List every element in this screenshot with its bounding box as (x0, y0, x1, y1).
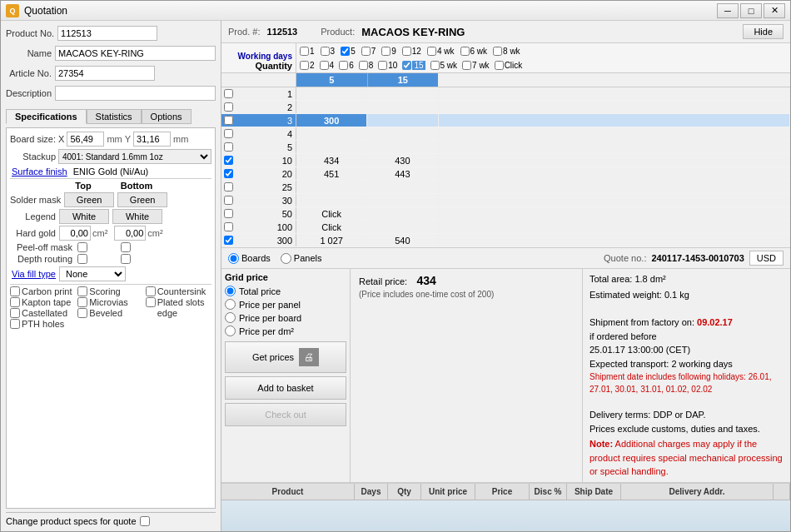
days-columns-header: 1 3 5 7 (296, 43, 790, 72)
tab-specifications[interactable]: Specifications (6, 109, 87, 124)
countersink-checkbox[interactable] (146, 286, 156, 296)
price-per-dm2-radio[interactable] (225, 326, 236, 336)
price-per-dm2-radio-label[interactable]: Price per dm² (225, 326, 346, 336)
castellated-checkbox[interactable] (10, 308, 20, 318)
day-7wk-checkbox[interactable] (462, 61, 471, 70)
qty-4-checkbox[interactable] (224, 129, 233, 138)
day-5wk-checkbox[interactable] (430, 61, 440, 70)
qty-2-checkbox[interactable] (224, 102, 233, 112)
minimize-button[interactable]: ─ (717, 3, 739, 18)
tab-options[interactable]: Options (142, 109, 192, 124)
day-10-checkbox[interactable] (378, 61, 387, 70)
via-fill-link[interactable]: Via fill type (10, 269, 56, 279)
day-7-checkbox[interactable] (361, 47, 371, 56)
day-6-checkbox[interactable] (339, 61, 348, 70)
add-to-basket-button[interactable]: Add to basket (225, 376, 346, 400)
qty-50-checkbox[interactable] (224, 209, 233, 218)
panels-radio[interactable] (281, 253, 291, 264)
day-12-checkbox[interactable] (402, 47, 411, 56)
kapton-tape-checkbox[interactable] (10, 297, 20, 307)
depth-routing-label: Depth routing (10, 254, 72, 264)
main-content: Product No. Name Article No. Description… (1, 21, 790, 531)
price-per-board-radio[interactable] (225, 312, 236, 323)
day-6wk-checkbox[interactable] (460, 47, 470, 56)
legend-top-button[interactable]: White (59, 209, 109, 224)
day-6wk-label: 6 wk (470, 47, 488, 56)
checkout-button[interactable]: Check out (225, 403, 346, 426)
price-per-dm2-label: Price per dm² (239, 326, 294, 336)
solder-bottom-button[interactable]: Green (117, 192, 167, 207)
plated-slots-option: Plated slots (146, 297, 211, 307)
day-4-checkbox[interactable] (320, 61, 329, 70)
total-price-radio[interactable] (225, 286, 236, 296)
qty-20-checkbox[interactable] (224, 169, 233, 178)
day-click-checkbox[interactable] (495, 61, 504, 70)
prod-label: Prod. #: (228, 27, 261, 37)
boards-radio[interactable] (228, 253, 239, 264)
qty-30-checkbox[interactable] (224, 196, 233, 205)
scoring-checkbox[interactable] (77, 286, 87, 296)
total-price-radio-label[interactable]: Total price (225, 286, 346, 296)
get-prices-button[interactable]: Get prices 🖨 (225, 341, 346, 373)
hard-gold-top-input[interactable] (59, 226, 91, 241)
plated-slots-checkbox[interactable] (146, 297, 156, 307)
article-no-input[interactable] (55, 66, 155, 81)
stackup-select[interactable]: 4001: Standard 1.6mm 1oz (58, 149, 211, 164)
pth-holes-checkbox[interactable] (10, 319, 20, 329)
change-product-checkbox[interactable] (140, 516, 150, 526)
hard-gold-unit-2: cm² (147, 228, 162, 238)
name-label: Name (6, 48, 52, 58)
day-9-checkbox[interactable] (381, 47, 391, 56)
day-8wk-checkbox[interactable] (493, 47, 502, 56)
qty-25-checkbox[interactable] (224, 182, 233, 191)
price-per-panel-radio[interactable] (225, 299, 236, 310)
board-y-input[interactable] (133, 132, 171, 147)
solder-top-button[interactable]: Green (64, 192, 114, 207)
quote-no-label: Quote no.: (604, 253, 646, 263)
currency-button[interactable]: USD (749, 251, 784, 266)
day-3-checkbox[interactable] (321, 47, 330, 56)
day-8-checkbox[interactable] (359, 61, 368, 70)
maximize-button[interactable]: □ (740, 3, 762, 18)
close-button[interactable]: ✕ (764, 3, 785, 18)
carbon-print-checkbox[interactable] (10, 286, 20, 296)
day-8wk-label: 8 wk (503, 47, 520, 56)
surface-finish-link[interactable]: Surface finish (12, 167, 67, 177)
beveled-checkbox[interactable] (77, 308, 87, 318)
day-1-checkbox[interactable] (300, 47, 309, 56)
depth-routing-bottom-checkbox[interactable] (121, 254, 131, 264)
description-input[interactable] (55, 86, 216, 101)
microvias-checkbox[interactable] (77, 297, 87, 307)
day-3-label: 3 (331, 47, 336, 56)
qty-5-checkbox[interactable] (224, 142, 233, 152)
board-x-input[interactable] (67, 132, 104, 147)
depth-routing-top-checkbox[interactable] (77, 254, 87, 264)
legend-bottom-button[interactable]: White (112, 209, 162, 224)
peel-off-mask-top-checkbox[interactable] (77, 242, 87, 252)
hard-gold-bottom-input[interactable] (114, 226, 146, 241)
price-per-panel-radio-label[interactable]: Price per panel (225, 299, 346, 310)
day-7wk-label: 7 wk (472, 61, 490, 70)
qty-3-price-15 (367, 114, 438, 127)
tab-statistics[interactable]: Statistics (87, 109, 142, 124)
peel-off-mask-bottom-checkbox[interactable] (121, 242, 131, 252)
hide-button[interactable]: Hide (743, 24, 784, 39)
panels-radio-label[interactable]: Panels (281, 253, 322, 264)
day-4wk-checkbox[interactable] (427, 47, 436, 56)
product-no-input[interactable] (57, 26, 157, 41)
header-days-row: Working days Quantity 1 3 (221, 43, 790, 73)
day-15-checkbox[interactable] (402, 61, 411, 70)
qty-3-checkbox[interactable] (224, 116, 233, 125)
via-fill-select[interactable]: None (59, 266, 126, 281)
name-input[interactable] (55, 46, 216, 61)
day-5-checkbox[interactable] (341, 47, 350, 56)
boards-radio-label[interactable]: Boards (228, 253, 271, 264)
qty-100-checkbox[interactable] (224, 222, 233, 231)
qty-1-checkbox[interactable] (224, 89, 233, 98)
day-2-checkbox[interactable] (300, 61, 309, 70)
th-product: Product (221, 484, 355, 500)
price-per-board-radio-label[interactable]: Price per board (225, 312, 346, 323)
specs-content: Board size: X mm Y mm Stackup 4001: Stan… (6, 127, 216, 509)
qty-10-checkbox[interactable] (224, 156, 233, 165)
qty-300-checkbox[interactable] (224, 236, 233, 245)
